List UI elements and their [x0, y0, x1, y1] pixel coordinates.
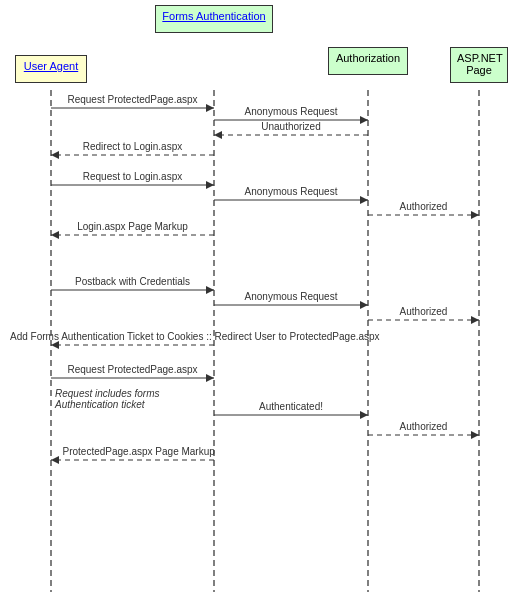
actor-forms-auth: Forms Authentication — [155, 5, 273, 33]
svg-marker-5 — [206, 104, 214, 112]
diagram: User AgentForms AuthenticationAuthorizat… — [0, 0, 517, 592]
svg-marker-31 — [360, 411, 368, 419]
svg-marker-19 — [51, 231, 59, 239]
svg-marker-11 — [51, 151, 59, 159]
user-agent-link[interactable]: User Agent — [24, 60, 78, 72]
actor-user-agent: User Agent — [15, 55, 87, 83]
message-label: ProtectedPage.aspx Page Markup — [63, 446, 203, 457]
message-label: Postback with Credentials — [63, 276, 203, 287]
sub-message-label: Request includes formsAuthentication tic… — [55, 388, 215, 410]
actor-aspnet-page: ASP.NETPage — [450, 47, 508, 83]
message-label: Anonymous Request — [221, 106, 361, 117]
actor-authorization: Authorization — [328, 47, 408, 75]
message-label: Authorized — [354, 201, 494, 212]
message-label: Redirect to Login.aspx — [63, 141, 203, 152]
svg-marker-25 — [471, 316, 479, 324]
svg-marker-33 — [471, 431, 479, 439]
message-label: Login.aspx Page Markup — [63, 221, 203, 232]
message-label: Authorized — [354, 306, 494, 317]
message-label: Authorized — [354, 421, 494, 432]
svg-marker-9 — [214, 131, 222, 139]
svg-marker-35 — [51, 456, 59, 464]
message-label: Request ProtectedPage.aspx — [63, 364, 203, 375]
svg-marker-29 — [206, 374, 214, 382]
svg-marker-17 — [471, 211, 479, 219]
svg-marker-7 — [360, 116, 368, 124]
message-label: Authenticated! — [221, 401, 361, 412]
message-label: Request to Login.aspx — [63, 171, 203, 182]
forms-auth-link[interactable]: Forms Authentication — [162, 10, 265, 22]
message-label: Unauthorized — [221, 121, 361, 132]
svg-marker-21 — [206, 286, 214, 294]
message-label: Request ProtectedPage.aspx — [63, 94, 203, 105]
svg-marker-13 — [206, 181, 214, 189]
message-label: Add Forms Authentication Ticket to Cooki… — [10, 331, 510, 342]
svg-marker-27 — [51, 341, 59, 349]
message-label: Anonymous Request — [221, 291, 361, 302]
message-label: Anonymous Request — [221, 186, 361, 197]
